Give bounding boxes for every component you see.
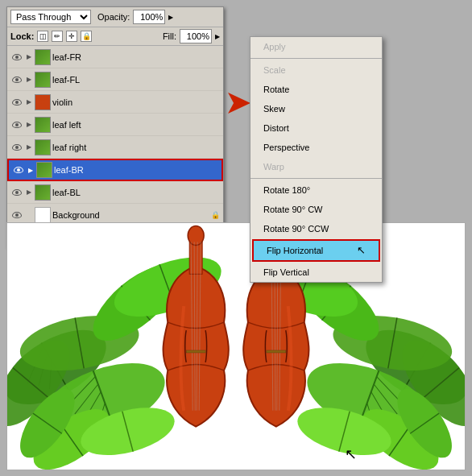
menu-item-flip-vertical[interactable]: Flip Vertical xyxy=(250,263,382,282)
thumb-leaf-fr xyxy=(35,49,51,65)
lock-row: Lock: ◫ ✏ ✛ 🔒 Fill: ▶ xyxy=(7,27,223,46)
blend-mode-select[interactable]: Pass Through xyxy=(10,10,91,24)
opacity-label: Opacity: xyxy=(97,12,130,22)
menu-item-distort[interactable]: Distort xyxy=(250,118,382,138)
visibility-violin[interactable] xyxy=(10,96,23,109)
thumb-violin xyxy=(35,94,51,110)
fill-input[interactable] xyxy=(180,29,212,43)
visibility-leaf-right[interactable] xyxy=(10,141,23,154)
layer-name-leaf-left: leaf left xyxy=(52,120,220,130)
lock-label: Lock: xyxy=(10,31,34,41)
layers-header: Pass Through Opacity: ▶ xyxy=(7,7,223,27)
thumb-leaf-bl xyxy=(35,184,51,201)
expand-violin[interactable]: ▶ xyxy=(25,98,33,106)
menu-item-rotate[interactable]: Rotate xyxy=(250,80,382,99)
svg-point-0 xyxy=(40,96,45,101)
visibility-leaf-fl[interactable] xyxy=(10,73,23,86)
layer-item-leaf-left[interactable]: ▶ leaf left xyxy=(7,114,223,136)
lock-transparency-btn[interactable]: ◫ xyxy=(37,31,48,42)
layer-name-violin: violin xyxy=(52,97,220,107)
visibility-leaf-left[interactable] xyxy=(10,118,23,131)
cursor-arrow-icon: ↖ xyxy=(357,243,366,258)
layer-item-violin[interactable]: ▶ violin xyxy=(7,91,223,114)
background-lock-icon: 🔒 xyxy=(211,211,220,219)
menu-item-apply[interactable]: Apply xyxy=(250,37,382,56)
layer-item-leaf-right[interactable]: ▶ leaf right xyxy=(7,136,223,159)
visibility-background[interactable] xyxy=(10,209,23,221)
expand-leaf-fl[interactable]: ▶ xyxy=(25,76,33,84)
thumb-leaf-right xyxy=(35,139,51,155)
expand-background xyxy=(25,211,33,219)
layer-name-leaf-right: leaf right xyxy=(52,143,220,152)
fill-label: Fill: xyxy=(163,31,176,41)
menu-item-rotate90cw[interactable]: Rotate 90° CW xyxy=(250,200,382,219)
layer-item-leaf-fl[interactable]: ▶ leaf-FL xyxy=(7,68,223,91)
expand-leaf-fr[interactable]: ▶ xyxy=(25,53,33,61)
expand-leaf-left[interactable]: ▶ xyxy=(25,121,33,129)
thumb-leaf-left xyxy=(35,117,51,133)
fill-arrow[interactable]: ▶ xyxy=(215,33,220,40)
scene: ↖ xyxy=(7,223,465,470)
menu-item-warp[interactable]: Warp xyxy=(250,157,382,176)
svg-point-51 xyxy=(188,226,204,246)
menu-sep-1 xyxy=(250,58,382,59)
expand-leaf-right[interactable]: ▶ xyxy=(25,143,33,151)
thumb-background xyxy=(35,207,51,223)
expand-leaf-br[interactable]: ▶ xyxy=(27,166,35,174)
opacity-input[interactable] xyxy=(133,10,165,24)
menu-sep-2 xyxy=(250,178,382,179)
visibility-leaf-br[interactable] xyxy=(12,163,25,176)
svg-point-2 xyxy=(39,103,46,110)
scene-svg: ↖ xyxy=(7,222,465,470)
layer-item-leaf-fr[interactable]: ▶ leaf-FR xyxy=(7,46,223,68)
visibility-leaf-fr[interactable] xyxy=(10,51,23,64)
menu-item-scale[interactable]: Scale xyxy=(250,60,382,80)
thumb-leaf-br xyxy=(36,162,52,178)
lock-paint-btn[interactable]: ✏ xyxy=(52,31,63,42)
flip-horizontal-label: Flip Horizontal xyxy=(267,243,323,258)
menu-item-rotate90ccw[interactable]: Rotate 90° CCW xyxy=(250,219,382,238)
canvas-area: ↖ xyxy=(6,222,466,470)
context-menu: Apply Scale Rotate Skew Distort Perspect… xyxy=(250,36,383,283)
layer-item-leaf-bl[interactable]: ▶ leaf-BL xyxy=(7,181,223,204)
layer-name-background: Background xyxy=(52,210,209,220)
layers-panel: Pass Through Opacity: ▶ Lock: ◫ ✏ ✛ 🔒 Fi… xyxy=(6,6,224,247)
svg-rect-63 xyxy=(267,350,286,353)
menu-item-flip-horizontal[interactable]: Flip Horizontal ↖ xyxy=(254,241,379,260)
layer-item-leaf-br[interactable]: ▶ leaf-BR xyxy=(7,159,223,181)
opacity-arrow[interactable]: ▶ xyxy=(168,14,173,21)
menu-flip-h-outline: Flip Horizontal ↖ xyxy=(252,239,380,262)
lock-all-btn[interactable]: 🔒 xyxy=(81,31,92,42)
menu-item-skew[interactable]: Skew xyxy=(250,99,382,118)
lock-move-btn[interactable]: ✛ xyxy=(66,31,77,42)
layer-name-leaf-fl: leaf-FL xyxy=(52,75,220,85)
thumb-leaf-fl xyxy=(35,72,51,88)
menu-item-rotate180[interactable]: Rotate 180° xyxy=(250,180,382,200)
layer-name-leaf-bl: leaf-BL xyxy=(52,188,220,197)
layer-name-leaf-fr: leaf-FR xyxy=(52,52,220,62)
violin-left xyxy=(164,226,229,427)
layer-name-leaf-br: leaf-BR xyxy=(54,165,218,175)
expand-leaf-bl[interactable]: ▶ xyxy=(25,188,33,197)
right-arrow: ➤ xyxy=(226,89,250,118)
cursor-text: ↖ xyxy=(345,447,357,463)
visibility-leaf-bl[interactable] xyxy=(10,186,23,199)
menu-item-perspective[interactable]: Perspective xyxy=(250,138,382,157)
svg-rect-56 xyxy=(186,350,205,353)
